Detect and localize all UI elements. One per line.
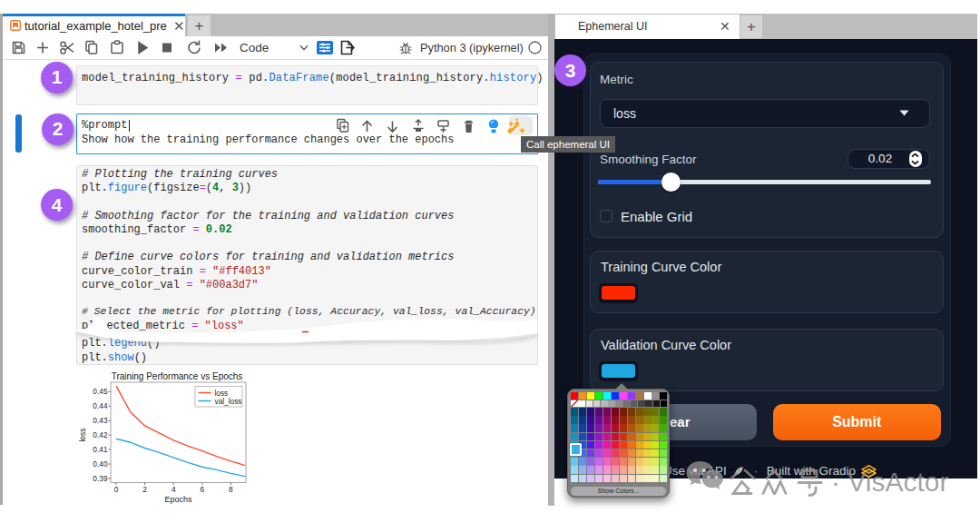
svg-text:Code: Code [240, 41, 269, 54]
svg-text:0.39: 0.39 [93, 474, 108, 483]
svg-text:0.44: 0.44 [93, 401, 108, 410]
svg-text:Python 3 (ipykernel): Python 3 (ipykernel) [420, 41, 524, 54]
svg-text:Epochs: Epochs [164, 495, 192, 504]
svg-text:0: 0 [114, 485, 119, 494]
svg-text:4: 4 [172, 485, 176, 494]
svg-text:0.41: 0.41 [93, 445, 108, 454]
svg-text:0.40: 0.40 [93, 459, 108, 469]
svg-text:0.45: 0.45 [93, 387, 108, 396]
svg-text:8: 8 [229, 485, 233, 494]
svg-text:val_loss: val_loss [215, 397, 242, 406]
svg-text:0.42: 0.42 [93, 430, 108, 439]
svg-text:6: 6 [200, 485, 204, 494]
svg-text:loss: loss [78, 428, 87, 441]
svg-text:2: 2 [142, 485, 147, 494]
svg-text:Training Performance vs Epochs: Training Performance vs Epochs [112, 371, 243, 381]
svg-text:0.43: 0.43 [93, 416, 108, 425]
